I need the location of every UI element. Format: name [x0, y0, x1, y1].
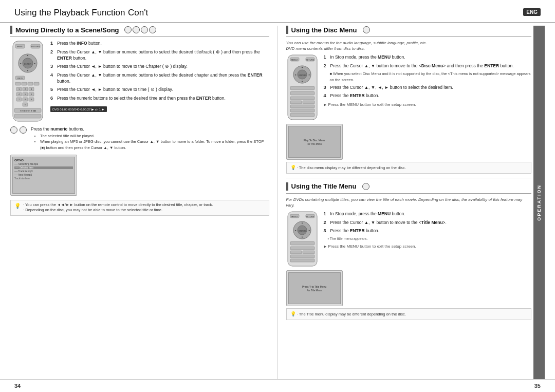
left-column: Moving Directly to a Scene/Song	[10, 26, 278, 379]
svg-text:◄: ◄	[20, 62, 22, 65]
svg-rect-77	[290, 255, 314, 258]
svg-text:RETURN: RETURN	[305, 215, 314, 218]
svg-text:MENU: MENU	[291, 59, 298, 61]
disc-step-1: 1 In Stop mode, press the MENU button.	[324, 54, 532, 61]
svg-text:ENTER: ENTER	[299, 74, 306, 77]
disc-icon-title	[362, 183, 369, 190]
tip-line-2: · Depending on the disc, you may not be …	[23, 208, 213, 213]
svg-rect-53	[290, 86, 314, 90]
step-4: 4 Press the Cursor ▲, ▼ button or numeri…	[50, 72, 269, 85]
left-section-title: Moving Directly to a Scene/Song	[15, 26, 119, 34]
title-menu-section: Using the Title Menu For DVDs containing…	[286, 182, 532, 320]
screen-illustration-area: OPTHO ── Something file.mp3 ── Selected …	[10, 155, 269, 196]
title-step-2: 2 Press the Cursor ▲, ▼ button to move t…	[324, 219, 532, 227]
numeric-icons	[10, 126, 27, 134]
svg-text:MENU: MENU	[17, 45, 23, 48]
disc-step-4: 4 Press the ENTER button.	[324, 92, 532, 100]
title-screen-box: Press 't' to Title Menu For Title Menu	[286, 270, 343, 306]
disc-screen-inner: Play To Disc Menu For This Menu	[288, 126, 341, 158]
page-footer: 34 35	[0, 379, 555, 392]
right-column: Using the Disc Menu You can use the menu…	[286, 26, 532, 379]
svg-text:MENU: MENU	[291, 215, 298, 218]
svg-text:▼: ▼	[27, 69, 29, 72]
disc-icon-3	[141, 26, 148, 33]
section-bar	[10, 26, 12, 34]
title-tip: 💡 · The Title menu display may be differ…	[286, 308, 532, 320]
title-screen-inner: Press 't' to Title Menu For Title Menu	[288, 272, 341, 304]
svg-text:▲: ▲	[301, 221, 303, 224]
left-page-num: 34	[14, 383, 21, 389]
disc-icon-num-2	[20, 126, 27, 134]
disc-menu-title: Using the Disc Menu	[291, 26, 357, 34]
svg-text:◄◄ ■ ►► ► ■■: ◄◄ ■ ►► ► ■■	[20, 109, 36, 112]
disc-menu-header: Using the Disc Menu	[286, 26, 532, 34]
remote-illustration: MENU RETURN ENTER ▲ ▼ ◄ ► INFO	[10, 40, 46, 123]
disc-icon-1	[124, 26, 132, 33]
disc-tip-text: · The disc menu display may be different…	[297, 165, 406, 170]
left-remote-area: MENU RETURN ENTER ▲ ▼ ◄ ► INFO	[10, 40, 269, 123]
svg-rect-15	[22, 82, 27, 85]
step-5: 5 Press the Cursor ◄, ► button to move t…	[50, 86, 269, 94]
svg-rect-58	[290, 105, 314, 108]
disc-remote-area: MENU RETURN ENTER ▲ ▼ ◄ ►	[286, 54, 532, 122]
svg-text:RETURN: RETURN	[31, 45, 40, 48]
disc-menu-section: Using the Disc Menu You can use the menu…	[286, 26, 532, 178]
title-step-1: 1 In Stop mode, press the MENU button.	[324, 211, 532, 218]
svg-text:►: ►	[308, 229, 310, 232]
tip-line-1: · You can press the ◄◄/►► button on the …	[23, 202, 213, 208]
svg-rect-78	[290, 259, 314, 262]
tip-icon: 💡	[14, 202, 21, 210]
svg-text:RETURN: RETURN	[305, 59, 314, 61]
svg-text:▼: ▼	[301, 236, 303, 238]
svg-rect-60	[290, 113, 314, 117]
title-arrow-note: Press the MENU button to exit the setup …	[324, 244, 532, 250]
right-wrapper: Using the Disc Menu You can use the menu…	[286, 26, 545, 379]
numeric-instruction: Press the numeric buttons.	[31, 126, 269, 132]
page: Using the Playback Function Con't ENG Mo…	[0, 0, 555, 392]
step-3: 3 Press the Cursor ◄, ► button to move t…	[50, 63, 269, 70]
svg-text:◄: ◄	[294, 73, 297, 76]
left-section-header: Moving Directly to a Scene/Song	[10, 26, 269, 34]
svg-rect-55	[290, 97, 314, 100]
svg-text:►: ►	[34, 62, 36, 65]
title-menu-title: Using the Title Menu	[291, 182, 357, 190]
svg-rect-40	[14, 114, 41, 118]
disc-section-divider	[286, 36, 532, 37]
step-1: 1 Press the INFO button.	[50, 40, 269, 47]
title-bullet: The title menu appears.	[324, 236, 532, 242]
svg-rect-75	[290, 251, 302, 254]
disc-icon-menu	[363, 26, 370, 33]
svg-rect-17	[34, 82, 39, 85]
svg-rect-16	[28, 82, 33, 85]
disc-remote-illustration: MENU RETURN ENTER ▲ ▼ ◄ ►	[286, 54, 320, 122]
step-2: 2 Press the Cursor ▲, ▼ button or numeri…	[50, 49, 269, 62]
title-remote-illustration: MENU RETURN ENTER ▲ ▼ ◄ ►	[286, 211, 320, 268]
title-step-3: 3 Press the ENTER button.	[324, 228, 532, 235]
operation-label: OPERATION	[536, 184, 542, 221]
numeric-section: Press the numeric buttons. The selected …	[10, 126, 269, 151]
disc-icon-2	[133, 26, 140, 33]
disc-step-2: 2 Press the Cursor ▲, ▼ button to move t…	[324, 63, 532, 70]
left-steps: 1 Press the INFO button. 2 Press the Cur…	[50, 40, 269, 123]
title-italic: For DVDs containing multiple titles, you…	[286, 197, 532, 208]
numeric-text: Press the numeric buttons. The selected …	[31, 126, 269, 151]
disc-screen-box: Play To Disc Menu For This Menu	[286, 124, 343, 160]
svg-text:▼: ▼	[301, 80, 303, 83]
svg-rect-76	[303, 251, 314, 254]
title-tip-text: · The Title menu display may be differen…	[297, 312, 406, 316]
disc-tip: 💡 · The disc menu display may be differe…	[286, 162, 532, 174]
svg-rect-56	[290, 101, 302, 104]
operation-sidebar: OPERATION	[533, 26, 545, 379]
disc-warning: ■ When you select Disc Menu and it is no…	[330, 71, 532, 83]
disc-remote-svg: MENU RETURN ENTER ▲ ▼ ◄ ►	[286, 54, 319, 121]
title-section-divider	[286, 193, 532, 194]
page-header: Using the Playback Function Con't ENG	[0, 0, 555, 23]
svg-text:►: ►	[308, 73, 310, 76]
svg-rect-73	[290, 241, 314, 245]
eng-badge: ENG	[523, 8, 541, 16]
numeric-bullets: The selected title will be played. When …	[35, 133, 269, 151]
svg-text:INFO: INFO	[17, 77, 23, 80]
screen-inner: OPTHO ── Something file.mp3 ── Selected …	[12, 157, 75, 194]
svg-rect-57	[303, 101, 314, 104]
svg-text:▲: ▲	[301, 66, 303, 68]
